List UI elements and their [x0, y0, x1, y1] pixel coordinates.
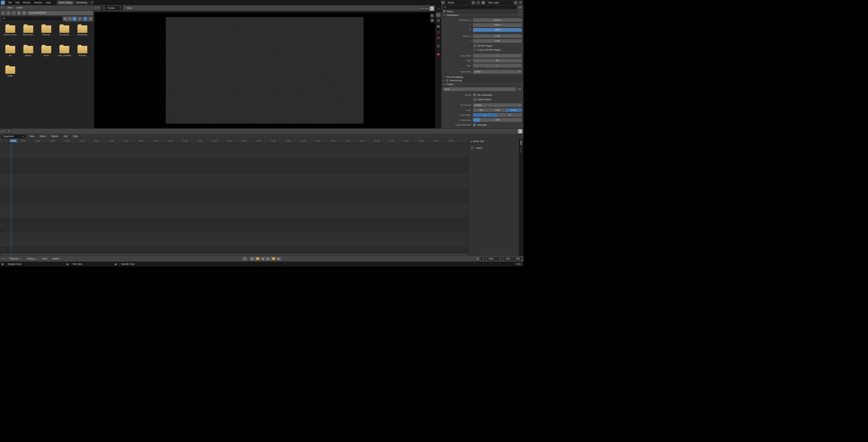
track-row[interactable]: 2: [0, 218, 468, 232]
seq-editor-type-icon[interactable]: [1, 129, 5, 133]
output-path-field[interactable]: /tmp/: [443, 87, 516, 91]
folder-item[interactable]: Desktop: [37, 24, 55, 44]
keyframe-next-button[interactable]: ⏩: [271, 257, 276, 261]
seq-menu-marker[interactable]: Marker: [50, 135, 60, 138]
track-row[interactable]: 4: [0, 188, 468, 203]
prop-tab-render[interactable]: [436, 12, 441, 18]
filter-dropdown[interactable]: [88, 17, 93, 21]
jump-end-button[interactable]: ⏭: [276, 257, 281, 261]
nav-up-icon[interactable]: ↑: [12, 11, 16, 15]
start-frame-field[interactable]: Start 1: [487, 257, 503, 261]
folder-item[interactable]: Pictures: [73, 44, 91, 65]
preview-pan-icon[interactable]: [430, 18, 434, 22]
playback-menu[interactable]: Playback: [8, 257, 23, 261]
file-extensions-checkbox[interactable]: [473, 94, 476, 96]
side-tab-proxy[interactable]: Proxy: [520, 146, 522, 154]
menu-window[interactable]: Window: [33, 1, 44, 4]
overwrite-checkbox[interactable]: [473, 123, 476, 126]
pin-icon[interactable]: [519, 10, 522, 13]
path-input[interactable]: /Users/D059334/: [28, 11, 93, 15]
scene-delete-icon[interactable]: ×: [476, 1, 480, 5]
prop-tab-output[interactable]: [436, 18, 441, 23]
playhead[interactable]: [11, 144, 12, 254]
viewlayer-browse-icon[interactable]: [481, 1, 485, 5]
frame-start-field[interactable]: 1: [473, 54, 522, 58]
preview-overlay-icon[interactable]: [420, 6, 424, 11]
folder-item[interactable]: Downloads: [73, 24, 91, 44]
crop-region-checkbox[interactable]: [473, 48, 476, 51]
folder-item[interactable]: actions-runner: [1, 24, 19, 44]
properties-options-icon[interactable]: [518, 5, 522, 10]
filter-icon[interactable]: [83, 17, 87, 21]
jump-start-button[interactable]: ⏮: [249, 257, 254, 261]
seq-mode-dropdown[interactable]: Sequencer: [1, 134, 26, 138]
play-view-menu[interactable]: View: [41, 257, 49, 261]
timeline-ruler[interactable]: 0+01 0+080+161+001+081+162+002+082+163+0…: [0, 139, 468, 143]
track-row[interactable]: 5: [0, 173, 468, 188]
panel-dimensions-header[interactable]: Dimensions⋮⋮: [441, 13, 523, 17]
prop-tab-world[interactable]: [436, 35, 441, 41]
seq-overlay-icon[interactable]: [518, 129, 522, 133]
resolution-x-field[interactable]: 1920 px: [473, 18, 522, 22]
preview-display-icon[interactable]: [430, 6, 434, 11]
track-row[interactable]: 1: [0, 232, 468, 247]
track-row[interactable]: 7: [0, 144, 468, 158]
workspace-video-editing[interactable]: Video Editing: [57, 1, 74, 5]
output-folder-icon[interactable]: [517, 87, 522, 91]
workspace-add[interactable]: +: [89, 1, 94, 5]
view-detail-icon[interactable]: [68, 17, 72, 21]
file-format-dropdown[interactable]: PNG: [473, 103, 522, 107]
file-search-input[interactable]: [1, 17, 62, 21]
preview-gizmo-icon[interactable]: [425, 6, 429, 11]
viewlayer-name-field[interactable]: View Layer: [486, 1, 513, 5]
folder-item[interactable]: Public: [1, 65, 19, 85]
end-frame-field[interactable]: End 250: [504, 257, 522, 261]
preview-mode-dropdown[interactable]: Preview: [101, 6, 123, 10]
active-tool-header[interactable]: Active Tool: [468, 139, 519, 144]
prop-tab-object[interactable]: [436, 44, 441, 49]
folder-item[interactable]: node_modules: [55, 44, 73, 65]
prop-tab-tool[interactable]: [436, 6, 441, 12]
panel-time-remapping-header[interactable]: Time Remapping: [441, 75, 523, 79]
view-thumb-icon[interactable]: [72, 17, 77, 21]
aspect-y-field[interactable]: 1.000: [473, 39, 522, 43]
nav-back-icon[interactable]: ←: [1, 11, 5, 15]
frame-end-field[interactable]: 250: [473, 59, 522, 63]
keyframe-prev-button[interactable]: ⏪: [255, 257, 260, 261]
seq-menu-strip[interactable]: Strip: [71, 135, 79, 138]
frame-rate-field[interactable]: 24 fps: [473, 70, 522, 74]
folder-item[interactable]: git: [1, 44, 19, 65]
current-frame-field[interactable]: 1: [481, 257, 486, 261]
preview-zoom-icon[interactable]: [430, 14, 434, 18]
panel-output-header[interactable]: Output: [441, 83, 523, 86]
menu-help[interactable]: Help: [44, 1, 52, 4]
workspace-rendering[interactable]: Rendering: [74, 1, 89, 5]
compression-field[interactable]: 15%: [473, 118, 522, 122]
folder-item[interactable]: Documents: [55, 24, 73, 44]
menu-render[interactable]: Render: [21, 1, 32, 4]
color-depth-toggle[interactable]: 816: [473, 113, 522, 117]
scene-browse-icon[interactable]: [441, 1, 445, 5]
seq-menu-view[interactable]: View: [28, 135, 36, 138]
viewlayer-delete-icon[interactable]: ×: [519, 1, 523, 5]
play-button[interactable]: ▶: [265, 257, 270, 261]
timeline-scrollbar[interactable]: [0, 253, 468, 256]
stereoscopy-checkbox[interactable]: [446, 79, 448, 82]
track-row[interactable]: 3: [0, 203, 468, 217]
fb-menu-select[interactable]: Select: [15, 6, 24, 10]
menu-edit[interactable]: Edit: [14, 1, 21, 4]
folder-item[interactable]: Music: [37, 44, 55, 65]
prop-tab-scene[interactable]: [436, 30, 441, 35]
seq-menu-add[interactable]: Add: [62, 135, 69, 138]
folder-item[interactable]: Applications: [19, 24, 37, 44]
timeline-editor-type-icon[interactable]: [2, 257, 6, 261]
menu-file[interactable]: File: [6, 1, 13, 4]
side-tab-tool[interactable]: Tool: [520, 140, 522, 146]
play-marker-menu[interactable]: Marker: [51, 257, 61, 261]
sort-dropdown[interactable]: [78, 17, 82, 21]
properties-search[interactable]: [442, 5, 517, 9]
frame-snap-icon[interactable]: [475, 257, 480, 261]
seq-tool-select-icon[interactable]: [7, 129, 12, 133]
timeline-tracks[interactable]: 7654321: [0, 144, 468, 254]
current-frame-badge[interactable]: 0+01: [10, 139, 17, 142]
